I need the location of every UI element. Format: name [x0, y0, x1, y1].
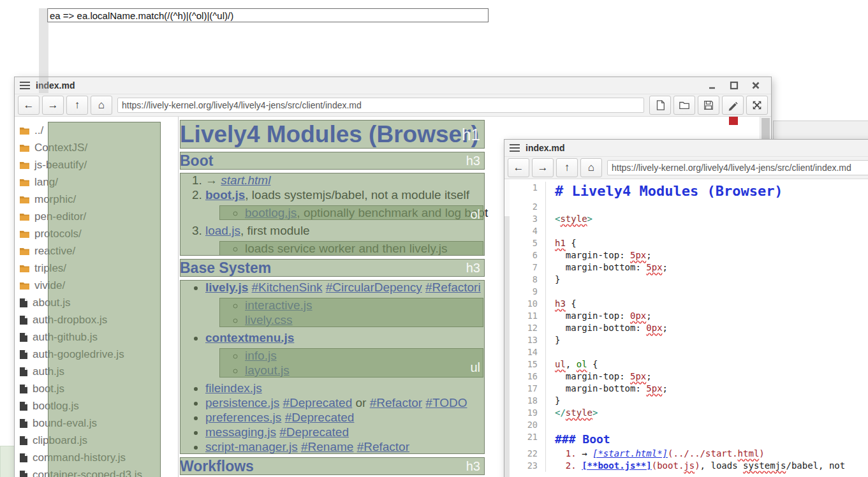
sidebar-item-bootlog-js[interactable]: bootlog.js: [15, 397, 178, 415]
code-line[interactable]: 22 1. → [*start.html*](../../start.html): [510, 448, 868, 460]
back-button[interactable]: ←: [508, 158, 529, 177]
sidebar-item-boot-js[interactable]: boot.js: [15, 380, 178, 397]
markdown-link[interactable]: #Deprecated: [283, 396, 352, 409]
markdown-link[interactable]: #Deprecated: [285, 411, 355, 424]
save-button[interactable]: [698, 96, 719, 115]
url-input[interactable]: [117, 98, 644, 113]
code-editor[interactable]: 1# Lively4 Modules (Browser)2 3<style>4 …: [510, 179, 868, 477]
markdown-link[interactable]: layout.js: [245, 363, 290, 377]
sidebar-item-[interactable]: ../: [15, 122, 178, 139]
code-line[interactable]: 11 margin-top: 0px;: [510, 310, 868, 322]
close-icon[interactable]: [751, 80, 761, 91]
markdown-link[interactable]: #Deprecated: [279, 425, 349, 439]
markdown-link[interactable]: interactive.js: [245, 298, 313, 312]
sidebar-item-contextjs[interactable]: ContextJS/: [15, 139, 178, 156]
code-line[interactable]: 20: [510, 419, 868, 431]
sidebar-item-auth-googledrive-js[interactable]: auth-googledrive.js: [15, 346, 178, 363]
menu-icon[interactable]: [20, 82, 30, 89]
maximize-icon[interactable]: [729, 80, 739, 91]
markdown-link[interactable]: bootlog.js: [245, 206, 297, 219]
code-line[interactable]: 1# Lively4 Modules (Browser): [510, 182, 868, 201]
code-line[interactable]: 14: [510, 346, 868, 358]
code-line[interactable]: 18}: [510, 395, 868, 407]
up-button[interactable]: ↑: [66, 96, 88, 115]
markdown-link[interactable]: preferences.js: [205, 411, 281, 424]
sidebar-item-reactive[interactable]: reactive/: [15, 242, 178, 260]
markdown-link[interactable]: load.js: [205, 224, 240, 237]
code-line[interactable]: 15ul, ol {: [510, 358, 868, 371]
edit-button[interactable]: [722, 96, 744, 115]
markdown-link[interactable]: #TODO: [425, 396, 467, 409]
new-file-button[interactable]: [649, 96, 671, 115]
markdown-link[interactable]: #CircularDepency: [326, 281, 422, 294]
open-folder-button[interactable]: [673, 96, 695, 115]
code-line[interactable]: 12 margin-bottom: 0px;: [510, 322, 868, 334]
markdown-link[interactable]: boot.js: [205, 188, 245, 202]
markdown-link[interactable]: lively.css: [245, 313, 293, 327]
code-line[interactable]: 10h3 {: [510, 298, 868, 310]
markdown-link[interactable]: messaging.js: [205, 425, 276, 439]
sidebar-item-about-js[interactable]: about.js: [15, 294, 178, 311]
line-number: 1: [510, 182, 546, 201]
code-line[interactable]: 4: [510, 225, 868, 237]
home-button[interactable]: ⌂: [91, 96, 112, 115]
sidebar-item-auth-github-js[interactable]: auth-github.js: [15, 328, 178, 346]
sidebar-item-protocols[interactable]: protocols/: [15, 225, 178, 242]
sidebar-item-lang[interactable]: lang/: [15, 173, 178, 191]
main-window-titlebar[interactable]: index.md: [15, 77, 771, 94]
sidebar-item-command-history-js[interactable]: command-history.js: [15, 449, 178, 466]
markdown-link[interactable]: script-manager.js: [205, 440, 298, 453]
markdown-link[interactable]: #KitchenSink: [252, 281, 323, 294]
code-line[interactable]: 19</style>: [510, 407, 868, 419]
code-line[interactable]: 3<style>: [510, 213, 868, 225]
markdown-link[interactable]: persistence.js: [205, 396, 279, 409]
sidebar-item-vivide[interactable]: vivide/: [15, 277, 178, 294]
up-arrow-icon: ↑: [564, 161, 570, 174]
code-line[interactable]: 9: [510, 286, 868, 298]
markdown-link[interactable]: #Refactor: [370, 396, 422, 409]
markdown-link[interactable]: #Rename: [301, 440, 353, 453]
fullscreen-button[interactable]: [746, 96, 768, 115]
forward-button[interactable]: →: [42, 96, 64, 115]
code-line[interactable]: 17 margin-bottom: 5px;: [510, 383, 868, 395]
line-number: 9: [510, 286, 546, 298]
home-button[interactable]: ⌂: [580, 158, 602, 177]
markdown-link[interactable]: lively.js: [205, 281, 248, 294]
code-line[interactable]: 16 margin-top: 5px;: [510, 371, 868, 383]
sidebar-item-pen-editor[interactable]: pen-editor/: [15, 208, 178, 225]
menu-icon[interactable]: [510, 144, 520, 152]
sidebar-item-triples[interactable]: triples/: [15, 260, 178, 277]
code-line[interactable]: 13}: [510, 334, 868, 346]
sidebar-item-auth-dropbox-js[interactable]: auth-dropbox.js: [15, 311, 178, 328]
markdown-link[interactable]: contextmenu.js: [205, 331, 294, 344]
code-line[interactable]: 2: [510, 201, 868, 213]
sidebar-item-bound-eval-js[interactable]: bound-eval.js: [15, 415, 178, 432]
code-window-titlebar[interactable]: index.md: [504, 140, 868, 157]
sidebar-item-auth-js[interactable]: auth.js: [15, 363, 178, 380]
markdown-link[interactable]: info.js: [245, 349, 277, 362]
probe-expression-input[interactable]: [47, 8, 489, 22]
code-text: <style>: [546, 213, 592, 225]
markdown-link[interactable]: #Refactor: [357, 440, 409, 453]
code-text: }: [546, 274, 560, 286]
minimize-icon[interactable]: [707, 80, 717, 91]
up-button[interactable]: ↑: [556, 158, 578, 177]
forward-arrow-icon: →: [538, 161, 548, 174]
sidebar-item-clipboard-js[interactable]: clipboard.js: [15, 432, 178, 449]
code-line[interactable]: 7 margin-bottom: 5px;: [510, 261, 868, 274]
forward-button[interactable]: →: [532, 158, 554, 177]
markdown-link[interactable]: fileindex.js: [205, 381, 262, 395]
section-heading-base-system-text: Base System: [180, 260, 271, 276]
url-input[interactable]: [607, 160, 868, 175]
markdown-link[interactable]: start.html: [221, 173, 270, 187]
sidebar-item-morphic[interactable]: morphic/: [15, 191, 178, 208]
markdown-link[interactable]: #Refactori: [425, 281, 481, 294]
code-line[interactable]: 21### Boot: [510, 431, 868, 448]
code-line[interactable]: 8}: [510, 274, 868, 286]
sidebar-item-js-beautify[interactable]: js-beautify/: [15, 156, 178, 173]
code-line[interactable]: 6 margin-top: 5px;: [510, 249, 868, 261]
back-button[interactable]: ←: [18, 96, 40, 115]
code-line[interactable]: 5h1 {: [510, 237, 868, 249]
sidebar-item-container-scoped-d3-js[interactable]: container-scoped-d3.js: [15, 466, 178, 477]
code-line[interactable]: 23 2. [**boot.js**](boot.js), loads syst…: [510, 460, 868, 472]
